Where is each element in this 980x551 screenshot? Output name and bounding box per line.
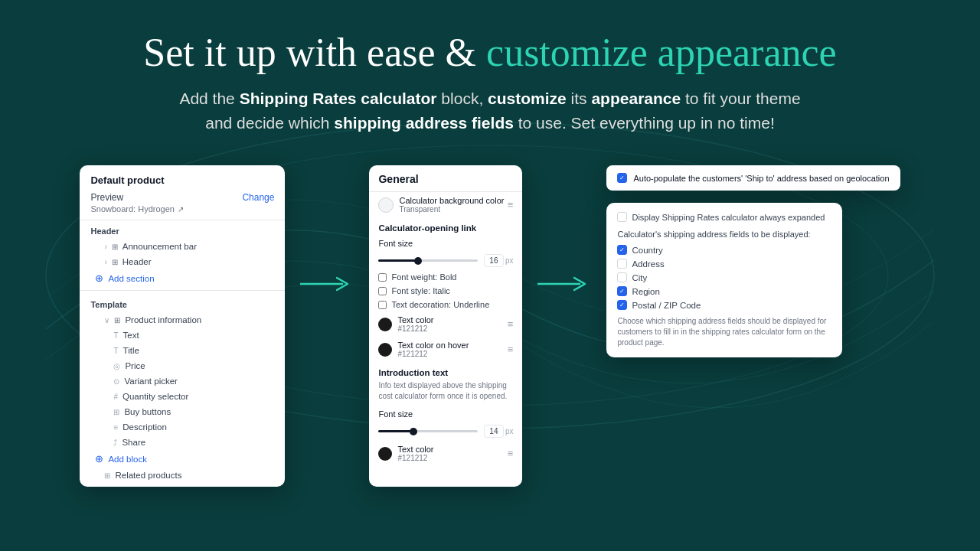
field-address: Address <box>617 259 831 269</box>
text-color-menu-icon[interactable]: ≡ <box>508 318 514 330</box>
arrow-2 <box>522 165 606 295</box>
bg-color-name: Calculator background color <box>399 196 504 205</box>
text-decoration-label: Text decoration: Underline <box>391 300 489 309</box>
subtitle-bold-4: shipping address fields <box>334 114 514 132</box>
title-highlight: customize appearance <box>486 31 837 74</box>
panel-mid-header: General <box>369 165 522 192</box>
text-decoration-row: Text decoration: Underline <box>369 298 522 311</box>
bg-color-menu-icon[interactable]: ≡ <box>508 199 514 210</box>
country-checkbox[interactable]: ✓ <box>617 245 627 255</box>
geo-checkbox[interactable]: ✓ <box>617 173 627 183</box>
font-size-2-slider[interactable] <box>378 430 477 432</box>
field-postal: ✓ Postal / ZIP Code <box>617 300 831 310</box>
text-item[interactable]: T Text <box>80 328 285 343</box>
font-size-slider[interactable] <box>378 259 477 262</box>
font-style-checkbox[interactable] <box>378 287 387 295</box>
font-size-input[interactable] <box>484 254 504 267</box>
quantity-selector-item[interactable]: # Quantity selector <box>80 389 285 404</box>
px-input: px <box>484 254 514 267</box>
panel-right-main: Display Shipping Rates calculator always… <box>606 203 842 357</box>
chevron-right-icon-2: › <box>104 258 106 266</box>
region-checkbox[interactable]: ✓ <box>617 286 627 296</box>
font-weight-checkbox[interactable] <box>378 273 387 282</box>
text-color-2-left: Text color #121212 <box>378 445 433 462</box>
font-weight-label: Font weight: Bold <box>391 272 456 282</box>
text-color-2-menu-icon[interactable]: ≡ <box>508 448 514 459</box>
text-color-2-name: Text color <box>397 445 433 454</box>
slider-thumb-2 <box>410 428 417 435</box>
subtitle-bold-2: customize <box>488 90 567 107</box>
change-btn[interactable]: Change <box>242 192 274 203</box>
slider-thumb <box>414 257 422 265</box>
add-block-btn[interactable]: ⊕ Add block <box>80 450 285 468</box>
text-hover-name: Text color on hover <box>397 341 469 350</box>
text-color-2-row: Text color #121212 ≡ <box>369 441 522 466</box>
plus-icon: ⊕ <box>95 272 103 284</box>
bg-color-left: Calculator background color Transparent <box>378 196 504 214</box>
text-decoration-checkbox[interactable] <box>378 301 387 309</box>
postal-checkbox[interactable]: ✓ <box>617 300 627 310</box>
arrow-1-svg <box>300 272 354 295</box>
address-checkbox[interactable] <box>617 259 627 269</box>
bg-color-swatch[interactable] <box>378 197 394 213</box>
preview-row: Preview Change <box>90 192 274 203</box>
geo-label: Auto-populate the customers' 'Ship to' a… <box>633 174 889 183</box>
text-hover-menu-icon[interactable]: ≡ <box>508 344 514 355</box>
bg-color-row: Calculator background color Transparent … <box>369 192 522 217</box>
subtitle-bold-1: Shipping Rates calculator <box>240 90 437 107</box>
hint-text: Choose which shipping address fields sho… <box>617 316 831 348</box>
header-section: Set it up with ease & customize appearan… <box>0 0 980 158</box>
variant-picker-item[interactable]: ⊙ Variant picker <box>80 373 285 389</box>
font-style-label: Font style: Italic <box>391 286 449 295</box>
font-weight-row: Font weight: Bold <box>369 270 522 284</box>
title-plain: Set it up with ease & <box>143 31 476 74</box>
text-hover-swatch[interactable] <box>378 343 392 357</box>
main-title: Set it up with ease & customize appearan… <box>46 31 934 74</box>
font-size-2-label-row: Font size <box>369 406 522 422</box>
header-item[interactable]: › ⊞ Header <box>80 254 285 269</box>
text-hover-value: #121212 <box>397 350 469 358</box>
px-label-2: px <box>505 427 514 435</box>
always-expanded-checkbox[interactable] <box>617 212 627 222</box>
text-color-2-swatch[interactable] <box>378 447 392 461</box>
title-item[interactable]: T Title <box>80 343 285 358</box>
panel-right-wrapper: ✓ Auto-populate the customers' 'Ship to'… <box>606 165 900 357</box>
px-input-2: px <box>484 425 514 438</box>
field-region: ✓ Region <box>617 286 831 296</box>
buy-buttons-item[interactable]: ⊞ Buy buttons <box>80 404 285 419</box>
description-item[interactable]: ≡ Description <box>80 419 285 435</box>
font-style-row: Font style: Italic <box>369 284 522 298</box>
panel-mid: General Calculator background color Tran… <box>369 165 522 487</box>
announcement-bar-item[interactable]: › ⊞ Announcement bar <box>80 239 285 254</box>
always-expanded-label: Display Shipping Rates calculator always… <box>632 213 825 222</box>
text-color-value: #121212 <box>397 324 433 333</box>
subtitle-bold-3: appearance <box>591 90 681 107</box>
intro-label: Introduction text <box>369 362 522 380</box>
template-label: Template <box>80 294 285 312</box>
subtitle: Add the Shipping Rates calculator block,… <box>107 86 873 135</box>
header-label: Header <box>80 220 285 239</box>
font-size-2-label: Font size <box>378 409 413 419</box>
bg-color-value: Transparent <box>399 205 504 214</box>
region-label: Region <box>632 287 659 296</box>
panel-left-header: Default product Preview Change Snowboard… <box>80 165 285 220</box>
text-color-swatch[interactable] <box>378 318 392 331</box>
product-info-item[interactable]: ∨ ⊞ Product information <box>80 312 285 328</box>
text-color-left: Text color #121212 <box>378 315 433 333</box>
add-section-btn[interactable]: ⊕ Add section <box>80 269 285 287</box>
price-item[interactable]: ◎ Price <box>80 358 285 373</box>
font-size-label: Font size <box>378 239 413 248</box>
field-country: ✓ Country <box>617 245 831 255</box>
product-title: Default product <box>90 174 274 186</box>
font-size-2-slider-row: px <box>369 422 522 441</box>
arrow-2-svg <box>537 272 591 295</box>
font-size-2-input[interactable] <box>484 425 504 438</box>
chevron-down-icon: ∨ <box>104 316 109 324</box>
related-products-item[interactable]: ⊞ Related products <box>80 468 285 483</box>
city-checkbox[interactable] <box>617 272 627 282</box>
calc-link-label: Calculator-opening link <box>369 217 522 236</box>
px-label: px <box>505 256 514 265</box>
share-item[interactable]: ⤴ Share <box>80 435 285 450</box>
field-city: City <box>617 272 831 282</box>
text-color-name: Text color <box>397 315 433 324</box>
